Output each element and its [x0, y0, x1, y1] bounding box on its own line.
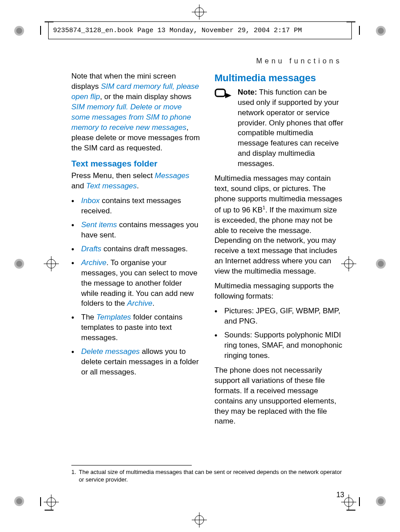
- list-item: Pictures: JPEG, GIF, WBMP, BMP, and PNG.: [214, 306, 344, 327]
- page-number: 13: [336, 491, 344, 499]
- page: 9235874_3128_en.book Page 13 Monday, Nov…: [0, 0, 400, 532]
- heading-text-messages-folder: Text messages folder: [71, 158, 201, 170]
- list-item: The Templates folder contains templates …: [71, 312, 201, 343]
- text: Press Menu, then select: [71, 171, 155, 180]
- ui-string: Text messages: [86, 182, 137, 190]
- left-column: Note that when the mini screen displays …: [71, 71, 201, 431]
- note-block: Note: This function can be used only if …: [214, 87, 344, 170]
- text: This function can be used only if suppor…: [238, 88, 343, 168]
- footnote-number: 1.: [71, 469, 76, 484]
- registration-dot-icon: [376, 259, 386, 269]
- registration-dot-icon: [14, 26, 24, 36]
- press-menu-paragraph: Press Menu, then select Messages and Tex…: [71, 171, 201, 191]
- registration-dot-icon: [14, 496, 24, 506]
- text: .: [153, 299, 155, 308]
- svg-marker-19: [225, 93, 231, 98]
- registration-cross-icon: [44, 256, 59, 271]
- mms-paragraph-1: Multimedia messages may contain text, so…: [214, 174, 344, 277]
- ui-string: Delete messages: [81, 347, 140, 356]
- note-text: Note: This function can be used only if …: [238, 87, 344, 170]
- ui-string: Archive: [127, 299, 153, 308]
- text: contains draft messages.: [101, 245, 188, 253]
- ui-string: Drafts: [81, 245, 101, 253]
- footnote-separator: [71, 465, 192, 466]
- folder-list: Inbox contains text messages received. S…: [71, 196, 201, 378]
- text: and: [71, 182, 86, 190]
- heading-multimedia-messages: Multimedia messages: [214, 71, 344, 85]
- footnote: 1. The actual size of multimedia message…: [71, 469, 344, 484]
- list-item: Drafts contains draft messages.: [71, 244, 201, 254]
- ui-string: Archive: [81, 258, 107, 267]
- ui-string: SIM memory full. Delete or move some mes…: [71, 103, 191, 132]
- text: The: [81, 313, 96, 321]
- registration-dot-icon: [14, 259, 24, 269]
- registration-cross-icon: [192, 4, 207, 20]
- formats-list: Pictures: JPEG, GIF, WBMP, BMP, and PNG.…: [214, 306, 344, 361]
- ui-string: Inbox: [81, 196, 100, 205]
- svg-rect-18: [215, 89, 225, 96]
- running-head: Menu functions: [256, 57, 342, 65]
- ui-string: Messages: [155, 171, 189, 180]
- note-arrow-icon: [214, 87, 232, 170]
- registration-cross-icon: [44, 495, 59, 510]
- registration-dot-icon: [376, 496, 386, 506]
- list-item: Inbox contains text messages received.: [71, 196, 201, 216]
- ui-string: Sent items: [81, 220, 117, 229]
- print-header-box: 9235874_3128_en.book Page 13 Monday, Nov…: [48, 21, 352, 39]
- list-item: Sounds: Supports polyphonic MIDI ring to…: [214, 330, 344, 361]
- text: . If the maximum size is exceeded, the p…: [214, 206, 337, 276]
- registration-cross-icon: [192, 512, 207, 528]
- text: , or the main display shows: [100, 92, 191, 101]
- mms-paragraph-2: Multimedia messaging supports the follow…: [214, 281, 344, 302]
- note-label: Note:: [238, 88, 257, 96]
- print-header-text: 9235874_3128_en.book Page 13 Monday, Nov…: [53, 27, 302, 34]
- ui-string: Templates: [96, 313, 131, 321]
- list-item: Sent items contains messages you have se…: [71, 220, 201, 241]
- right-column: Multimedia messages Note: This function …: [214, 71, 344, 431]
- registration-dot-icon: [376, 26, 386, 36]
- text: .: [137, 182, 139, 190]
- list-item: Archive. To organise your messages, you …: [71, 258, 201, 309]
- content-columns: Note that when the mini screen displays …: [71, 71, 344, 431]
- footnote-text: The actual size of multimedia messages t…: [79, 469, 344, 484]
- mms-paragraph-3: The phone does not necessarily support a…: [214, 366, 344, 427]
- list-item: Delete messages allows you to delete cer…: [71, 347, 201, 378]
- sim-note-paragraph: Note that when the mini screen displays …: [71, 71, 201, 154]
